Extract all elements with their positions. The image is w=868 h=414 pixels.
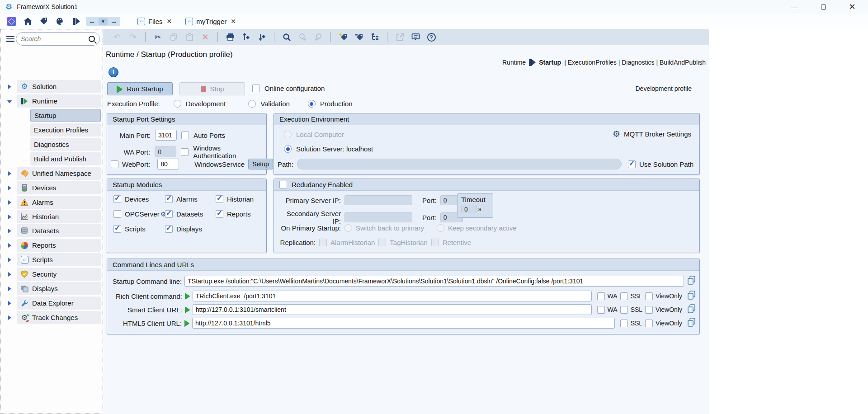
module-reports-checkbox[interactable]: ✓: [216, 210, 223, 218]
menu-hamburger-icon[interactable]: [6, 36, 14, 42]
copy-html5-client-icon[interactable]: [687, 317, 697, 329]
rich-client-ssl-checkbox[interactable]: ✓: [620, 292, 628, 300]
help-icon[interactable]: ?: [426, 32, 436, 42]
auto-ports-checkbox[interactable]: ✓: [181, 132, 189, 139]
tab-files-close-icon[interactable]: ✕: [167, 18, 172, 25]
find-previous-icon[interactable]: [313, 32, 323, 42]
sidebar-item-security[interactable]: Security: [17, 268, 101, 281]
expand-icon-track-changes[interactable]: [8, 315, 11, 320]
tab-files[interactable]: ‹› Files ✕: [133, 16, 176, 27]
history-dropdown-icon[interactable]: ▼: [99, 18, 108, 25]
cut-icon[interactable]: ✂: [153, 32, 163, 42]
run-rich-client-icon[interactable]: [185, 293, 190, 299]
run-startup-button[interactable]: Run Startup: [107, 82, 173, 95]
expand-icon-reports[interactable]: [8, 243, 11, 248]
expand-icon-unified-namespace[interactable]: [8, 171, 11, 176]
sidebar-item-unified-namespace[interactable]: Unified Namespace: [17, 167, 101, 180]
paste-icon[interactable]: [184, 32, 194, 42]
smart-client-viewonly-checkbox[interactable]: ✓: [645, 306, 653, 314]
undo-icon[interactable]: ↶: [112, 32, 122, 42]
sidebar-item-track-changes[interactable]: ⚙ Track Changes: [17, 311, 101, 324]
startup-command-line-input[interactable]: [184, 276, 684, 287]
radio-production[interactable]: [308, 100, 316, 108]
module-alarms-checkbox[interactable]: ✓: [165, 195, 173, 203]
search-toolbar-icon[interactable]: [282, 32, 292, 42]
module-historian-checkbox[interactable]: ✓: [216, 195, 223, 203]
search-input[interactable]: [21, 35, 89, 42]
copy-icon[interactable]: [169, 32, 179, 42]
smart-client-ssl-checkbox[interactable]: ✓: [620, 306, 628, 314]
expand-icon-scripts[interactable]: [8, 258, 11, 262]
online-configuration-checkbox[interactable]: ✓: [252, 85, 260, 92]
print-icon[interactable]: [225, 32, 235, 42]
sort-tag-down-icon[interactable]: [257, 32, 267, 42]
expand-icon-displays[interactable]: [8, 287, 11, 291]
copy-smart-client-icon[interactable]: [687, 304, 697, 315]
html5-client-url-input[interactable]: [192, 318, 615, 329]
rich-client-command-input[interactable]: [193, 291, 592, 301]
module-scripts-checkbox[interactable]: ✓: [113, 225, 121, 233]
tag-icon[interactable]: [39, 16, 49, 26]
windows-service-setup-button[interactable]: Setup: [248, 159, 273, 169]
tab-mytrigger[interactable]: ‹› myTrigger ✕: [181, 16, 241, 27]
expand-icon-historian[interactable]: [8, 215, 11, 219]
webport-checkbox[interactable]: ✓: [111, 160, 118, 168]
sidebar-item-historian[interactable]: Historian: [17, 210, 101, 223]
radio-solution-server[interactable]: [284, 145, 292, 153]
radio-validation[interactable]: [248, 100, 256, 108]
find-next-icon[interactable]: [297, 32, 307, 42]
stop-button[interactable]: Stop: [179, 82, 245, 95]
webport-input[interactable]: [157, 159, 179, 169]
sort-tag-up-icon[interactable]: [241, 32, 251, 42]
back-arrow-icon[interactable]: ←: [87, 17, 98, 25]
module-devices-checkbox[interactable]: ✓: [113, 195, 121, 203]
smart-client-wa-checkbox[interactable]: ✓: [597, 306, 605, 314]
info-icon[interactable]: i: [108, 67, 118, 77]
collapse-icon-runtime[interactable]: [7, 100, 12, 104]
sidebar-item-reports[interactable]: Reports: [17, 239, 101, 252]
expand-icon-solution[interactable]: [8, 85, 11, 89]
add-tag-icon[interactable]: [338, 32, 348, 42]
radio-development[interactable]: [174, 100, 181, 108]
breadcrumb-other-pages[interactable]: | ExecutionProfiles | Diagnostics | Buil…: [564, 59, 706, 66]
breadcrumb-startup[interactable]: Startup: [539, 59, 561, 66]
module-displays-checkbox[interactable]: ✓: [165, 225, 173, 233]
windows-authentication-checkbox[interactable]: ✓: [181, 148, 189, 156]
home-icon[interactable]: [23, 16, 33, 26]
sidebar-item-data-explorer[interactable]: Data Explorer: [17, 296, 101, 310]
forward-arrow-icon[interactable]: →: [108, 17, 119, 25]
main-port-input[interactable]: [155, 130, 177, 141]
copy-startup-command-icon[interactable]: [687, 275, 697, 287]
sidebar-item-scripts[interactable]: ‹› Scripts: [17, 253, 101, 266]
sidebar-item-datasets[interactable]: Datasets: [17, 224, 101, 237]
module-opcserver-checkbox[interactable]: ✓: [113, 210, 121, 218]
maximize-button[interactable]: [817, 1, 829, 13]
expand-icon-datasets[interactable]: [8, 229, 11, 233]
expand-icon-alarms[interactable]: [8, 200, 11, 205]
redo-icon[interactable]: ↷: [128, 32, 138, 42]
search-icon[interactable]: [89, 36, 95, 42]
breadcrumb-runtime[interactable]: Runtime: [502, 59, 526, 66]
run-html5-client-icon[interactable]: [184, 320, 189, 326]
redundancy-enabled-checkbox[interactable]: ✓: [279, 181, 287, 188]
palette-icon[interactable]: [55, 16, 65, 26]
sidebar-item-build-and-publish[interactable]: Build and Publish: [30, 152, 101, 165]
sidebar-item-diagnostics[interactable]: Diagnostics: [30, 138, 101, 151]
expand-icon-data-explorer[interactable]: [8, 301, 11, 306]
sidebar-item-execution-profiles[interactable]: Execution Profiles: [30, 123, 101, 136]
comment-icon[interactable]: [410, 32, 420, 42]
tab-mytrigger-close-icon[interactable]: ✕: [231, 18, 236, 25]
mqtt-broker-settings-link[interactable]: MQTT Broker Settings: [624, 130, 691, 138]
solution-cube-logo-icon[interactable]: [6, 16, 16, 26]
smart-client-url-input[interactable]: [193, 304, 592, 315]
delete-icon[interactable]: ✕: [200, 32, 210, 42]
runtime-play-icon[interactable]: [71, 16, 81, 26]
open-external-icon[interactable]: [395, 32, 405, 42]
sidebar-item-startup[interactable]: Startup: [30, 109, 101, 122]
close-button[interactable]: ✕: [846, 1, 858, 13]
html5-viewonly-checkbox[interactable]: ✓: [645, 320, 653, 327]
sidebar-item-displays[interactable]: Displays: [17, 282, 101, 295]
rich-client-wa-checkbox[interactable]: ✓: [597, 292, 605, 300]
expand-icon-devices[interactable]: [8, 186, 11, 190]
expand-icon-security[interactable]: [8, 272, 11, 277]
